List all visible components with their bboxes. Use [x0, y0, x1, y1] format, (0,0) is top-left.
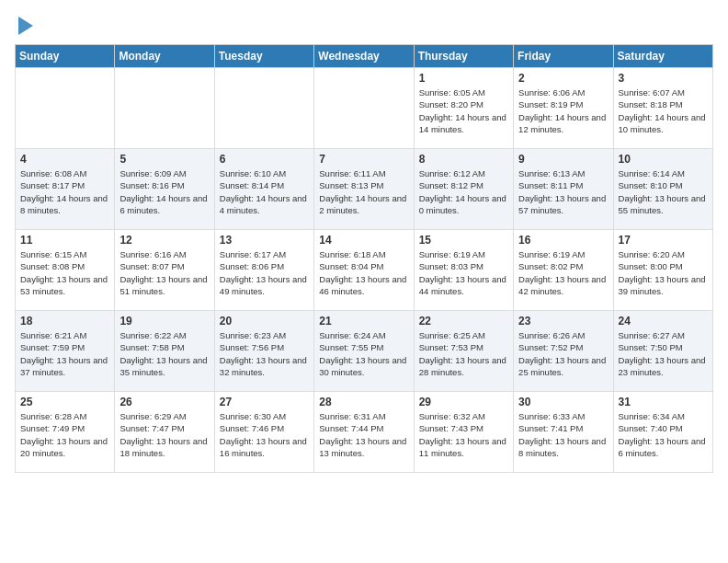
day-info: Sunrise: 6:30 AM Sunset: 7:46 PM Dayligh… [220, 410, 309, 459]
day-info: Sunrise: 6:13 AM Sunset: 8:11 PM Dayligh… [518, 167, 608, 216]
day-number: 29 [419, 396, 508, 408]
calendar-cell: 13Sunrise: 6:17 AM Sunset: 8:06 PM Dayli… [214, 230, 313, 311]
day-info: Sunrise: 6:16 AM Sunset: 8:07 PM Dayligh… [119, 248, 209, 297]
day-info: Sunrise: 6:23 AM Sunset: 7:56 PM Dayligh… [220, 329, 309, 378]
day-info: Sunrise: 6:19 AM Sunset: 8:03 PM Dayligh… [419, 248, 508, 297]
day-info: Sunrise: 6:18 AM Sunset: 8:04 PM Dayligh… [319, 248, 408, 297]
day-info: Sunrise: 6:09 AM Sunset: 8:16 PM Dayligh… [119, 167, 209, 216]
calendar-cell: 6Sunrise: 6:10 AM Sunset: 8:14 PM Daylig… [214, 149, 313, 230]
day-info: Sunrise: 6:10 AM Sunset: 8:14 PM Dayligh… [220, 167, 309, 216]
day-info: Sunrise: 6:17 AM Sunset: 8:06 PM Dayligh… [220, 248, 309, 297]
calendar-cell: 27Sunrise: 6:30 AM Sunset: 7:46 PM Dayli… [214, 392, 313, 473]
calendar-cell: 30Sunrise: 6:33 AM Sunset: 7:41 PM Dayli… [514, 392, 613, 473]
calendar-cell: 31Sunrise: 6:34 AM Sunset: 7:40 PM Dayli… [613, 392, 712, 473]
day-info: Sunrise: 6:33 AM Sunset: 7:41 PM Dayligh… [518, 410, 608, 459]
calendar-cell: 19Sunrise: 6:22 AM Sunset: 7:58 PM Dayli… [115, 311, 214, 392]
calendar-cell: 16Sunrise: 6:19 AM Sunset: 8:02 PM Dayli… [514, 230, 613, 311]
calendar-cell: 4Sunrise: 6:08 AM Sunset: 8:17 PM Daylig… [16, 149, 115, 230]
day-number: 3 [619, 72, 708, 85]
day-number: 2 [518, 72, 608, 85]
day-number: 30 [518, 396, 608, 408]
calendar-cell: 22Sunrise: 6:25 AM Sunset: 7:53 PM Dayli… [414, 311, 513, 392]
calendar-table: SundayMondayTuesdayWednesdayThursdayFrid… [15, 44, 713, 473]
day-info: Sunrise: 6:34 AM Sunset: 7:40 PM Dayligh… [619, 410, 708, 459]
day-info: Sunrise: 6:14 AM Sunset: 8:10 PM Dayligh… [619, 167, 708, 216]
day-info: Sunrise: 6:06 AM Sunset: 8:19 PM Dayligh… [518, 86, 608, 135]
day-info: Sunrise: 6:31 AM Sunset: 7:44 PM Dayligh… [319, 410, 408, 459]
header-saturday: Saturday [613, 45, 712, 68]
calendar-cell: 24Sunrise: 6:27 AM Sunset: 7:50 PM Dayli… [613, 311, 712, 392]
day-number: 9 [518, 153, 608, 166]
header-tuesday: Tuesday [214, 45, 313, 68]
day-number: 14 [319, 234, 408, 247]
day-number: 22 [419, 315, 508, 327]
day-info: Sunrise: 6:07 AM Sunset: 8:18 PM Dayligh… [619, 86, 708, 135]
day-number: 13 [220, 234, 309, 247]
day-number: 15 [419, 234, 508, 247]
day-info: Sunrise: 6:25 AM Sunset: 7:53 PM Dayligh… [419, 329, 508, 378]
day-number: 27 [220, 396, 309, 408]
calendar-week-5: 25Sunrise: 6:28 AM Sunset: 7:49 PM Dayli… [16, 392, 713, 473]
calendar-cell: 9Sunrise: 6:13 AM Sunset: 8:11 PM Daylig… [514, 149, 613, 230]
calendar-cell: 15Sunrise: 6:19 AM Sunset: 8:03 PM Dayli… [414, 230, 513, 311]
day-info: Sunrise: 6:32 AM Sunset: 7:43 PM Dayligh… [419, 410, 508, 459]
day-number: 16 [518, 234, 608, 247]
calendar-week-1: 1Sunrise: 6:05 AM Sunset: 8:20 PM Daylig… [16, 68, 713, 149]
day-info: Sunrise: 6:21 AM Sunset: 7:59 PM Dayligh… [20, 329, 109, 378]
calendar-cell: 7Sunrise: 6:11 AM Sunset: 8:13 PM Daylig… [314, 149, 414, 230]
calendar-week-4: 18Sunrise: 6:21 AM Sunset: 7:59 PM Dayli… [16, 311, 713, 392]
calendar-cell: 8Sunrise: 6:12 AM Sunset: 8:12 PM Daylig… [414, 149, 513, 230]
day-number: 31 [619, 396, 708, 408]
logo-arrow-icon [18, 17, 33, 35]
calendar-cell [214, 68, 313, 149]
day-number: 12 [119, 234, 209, 247]
calendar-cell: 2Sunrise: 6:06 AM Sunset: 8:19 PM Daylig… [514, 68, 613, 149]
calendar-cell: 23Sunrise: 6:26 AM Sunset: 7:52 PM Dayli… [514, 311, 613, 392]
day-number: 24 [619, 315, 708, 327]
calendar-header-row: SundayMondayTuesdayWednesdayThursdayFrid… [16, 45, 713, 68]
header-friday: Friday [514, 45, 613, 68]
day-number: 26 [119, 396, 209, 408]
day-info: Sunrise: 6:27 AM Sunset: 7:50 PM Dayligh… [619, 329, 708, 378]
day-number: 17 [619, 234, 708, 247]
day-info: Sunrise: 6:29 AM Sunset: 7:47 PM Dayligh… [119, 410, 209, 459]
day-number: 6 [220, 153, 309, 166]
day-number: 28 [319, 396, 408, 408]
day-info: Sunrise: 6:24 AM Sunset: 7:55 PM Dayligh… [319, 329, 408, 378]
header-thursday: Thursday [414, 45, 513, 68]
calendar-cell: 26Sunrise: 6:29 AM Sunset: 7:47 PM Dayli… [115, 392, 214, 473]
calendar-cell: 21Sunrise: 6:24 AM Sunset: 7:55 PM Dayli… [314, 311, 414, 392]
calendar-cell [16, 68, 115, 149]
calendar-cell: 17Sunrise: 6:20 AM Sunset: 8:00 PM Dayli… [613, 230, 712, 311]
day-info: Sunrise: 6:15 AM Sunset: 8:08 PM Dayligh… [20, 248, 109, 297]
day-info: Sunrise: 6:08 AM Sunset: 8:17 PM Dayligh… [20, 167, 109, 216]
day-info: Sunrise: 6:12 AM Sunset: 8:12 PM Dayligh… [419, 167, 508, 216]
day-info: Sunrise: 6:22 AM Sunset: 7:58 PM Dayligh… [119, 329, 209, 378]
day-info: Sunrise: 6:19 AM Sunset: 8:02 PM Dayligh… [518, 248, 608, 297]
calendar-cell: 12Sunrise: 6:16 AM Sunset: 8:07 PM Dayli… [115, 230, 214, 311]
calendar-cell: 25Sunrise: 6:28 AM Sunset: 7:49 PM Dayli… [16, 392, 115, 473]
day-number: 21 [319, 315, 408, 327]
day-number: 1 [419, 72, 508, 85]
day-number: 20 [220, 315, 309, 327]
day-number: 8 [419, 153, 508, 166]
day-number: 7 [319, 153, 408, 166]
header-monday: Monday [115, 45, 214, 68]
day-number: 18 [20, 315, 109, 327]
day-number: 19 [119, 315, 209, 327]
calendar-cell: 18Sunrise: 6:21 AM Sunset: 7:59 PM Dayli… [16, 311, 115, 392]
day-number: 11 [20, 234, 109, 247]
day-number: 5 [119, 153, 209, 166]
calendar-cell: 29Sunrise: 6:32 AM Sunset: 7:43 PM Dayli… [414, 392, 513, 473]
calendar-cell: 28Sunrise: 6:31 AM Sunset: 7:44 PM Dayli… [314, 392, 414, 473]
calendar-week-3: 11Sunrise: 6:15 AM Sunset: 8:08 PM Dayli… [16, 230, 713, 311]
calendar-cell [314, 68, 414, 149]
header-wednesday: Wednesday [314, 45, 414, 68]
day-info: Sunrise: 6:26 AM Sunset: 7:52 PM Dayligh… [518, 329, 608, 378]
calendar-cell: 20Sunrise: 6:23 AM Sunset: 7:56 PM Dayli… [214, 311, 313, 392]
calendar-week-2: 4Sunrise: 6:08 AM Sunset: 8:17 PM Daylig… [16, 149, 713, 230]
calendar-cell: 5Sunrise: 6:09 AM Sunset: 8:16 PM Daylig… [115, 149, 214, 230]
calendar-cell: 3Sunrise: 6:07 AM Sunset: 8:18 PM Daylig… [613, 68, 712, 149]
day-info: Sunrise: 6:05 AM Sunset: 8:20 PM Dayligh… [419, 86, 508, 135]
day-number: 10 [619, 153, 708, 166]
